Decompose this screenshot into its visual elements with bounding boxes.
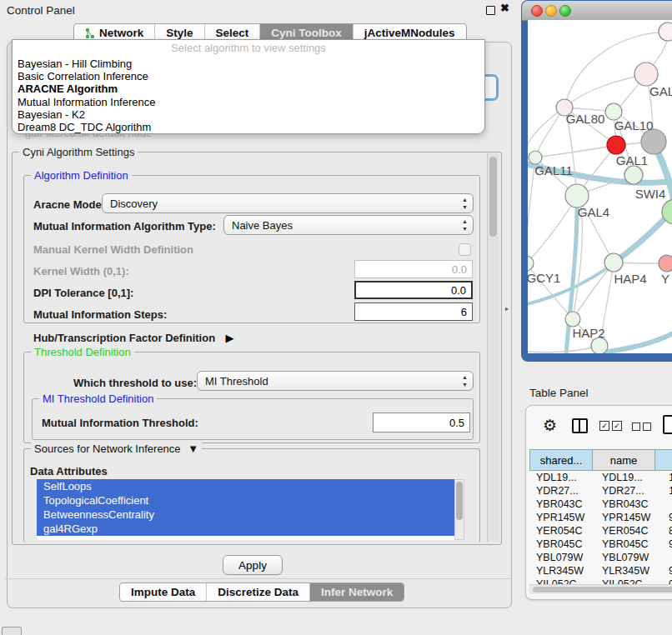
list-item-betweennesscentrality[interactable]: BetweennessCentrality <box>37 508 464 522</box>
cell-name[interactable]: YDR27... <box>598 484 664 498</box>
mi-threshold-field[interactable]: 0.5 <box>373 412 470 432</box>
node-partial-top[interactable] <box>659 22 672 41</box>
node-gal10[interactable] <box>605 103 622 120</box>
mi-algorithm-type-value: Naive Bayes <box>232 219 293 232</box>
cell-value[interactable] <box>664 551 672 564</box>
deselect-checkbox-icon[interactable] <box>632 422 640 431</box>
column-header-name[interactable]: name <box>593 449 655 471</box>
node-gal1[interactable] <box>607 136 625 154</box>
deselect-checkbox2-icon[interactable] <box>643 422 651 431</box>
attributes-list-scrollbar-thumb[interactable] <box>456 482 463 520</box>
table-row: YER054CYER054C8. <box>529 524 672 538</box>
settings-scrollbar[interactable] <box>487 153 499 542</box>
cell-value[interactable]: 12 <box>664 484 672 498</box>
cell-shared[interactable]: YPR145W <box>529 511 598 524</box>
cell-shared[interactable]: YBR043C <box>529 498 598 511</box>
network-view-window[interactable]: GAL GAL80 GAL10 GAL1 GAL11 SWI4 GAL4 GCY… <box>521 0 672 362</box>
window-close-button[interactable] <box>531 5 543 17</box>
table-body[interactable]: YDL19...YDL19...13 YDR27...YDR27...12 YB… <box>529 471 672 584</box>
mi-steps-field[interactable]: 6 <box>354 302 473 321</box>
node-gal4[interactable] <box>565 184 589 208</box>
float-panel-icon[interactable] <box>486 6 495 15</box>
cell-name[interactable]: YIL052C <box>598 578 664 584</box>
algorithm-option-bayesian-hill-climbing[interactable]: Bayesian - Hill Climbing <box>13 58 484 70</box>
cell-value[interactable] <box>664 498 672 511</box>
algorithm-option-bayesian-k2[interactable]: Bayesian - K2 <box>13 108 484 121</box>
node-hap2[interactable] <box>565 312 580 327</box>
cell-shared[interactable]: YBR045C <box>529 538 598 551</box>
algorithm-option-dream8[interactable]: Dream8 DC_TDC Algorithm <box>13 121 484 133</box>
split-columns-icon[interactable] <box>572 418 588 433</box>
algorithm-option-mutual-information[interactable]: Mutual Information Inference <box>13 96 484 108</box>
tab-infer-network[interactable]: Infer Network <box>310 583 404 601</box>
cell-name[interactable]: YPR145W <box>598 511 664 524</box>
list-item-selfloops[interactable]: SelfLoops <box>37 479 464 493</box>
cell-value[interactable]: 13 <box>664 471 672 484</box>
cell-shared[interactable]: YDR27... <box>529 484 598 498</box>
cell-shared[interactable]: YLR345W <box>529 564 598 578</box>
dpi-tolerance-field[interactable]: 0.0 <box>354 281 473 299</box>
label-hap2: HAP2 <box>572 326 604 340</box>
new-document-icon[interactable] <box>663 415 672 434</box>
cell-shared[interactable]: YIL052C <box>529 578 598 584</box>
cell-shared[interactable]: YDL19... <box>529 471 598 484</box>
stepper-arrows-icon: ▲▼ <box>462 196 468 211</box>
hub-definition-section[interactable]: Hub/Transcription Factor Definition ▶ <box>33 330 234 345</box>
cell-name[interactable]: YDL19... <box>598 471 664 484</box>
node-swi4[interactable] <box>624 166 643 184</box>
kernel-width-field[interactable]: 0.0 <box>354 260 473 278</box>
select-all-checkbox2-icon[interactable]: ✓ <box>612 421 622 431</box>
column-header-partial[interactable]: A <box>655 449 672 471</box>
mi-steps-label: Mutual Information Steps: <box>33 308 167 321</box>
cell-value[interactable]: 0. <box>664 578 672 584</box>
apply-button[interactable]: Apply <box>223 555 283 575</box>
algorithm-option-basic-correlation[interactable]: Basic Correlation Inference <box>13 70 484 82</box>
mi-threshold-label: Mutual Information Threshold: <box>42 417 198 429</box>
hub-definition-label: Hub/Transcription Factor Definition <box>33 332 215 344</box>
attributes-list-scrollbar[interactable] <box>454 479 464 540</box>
node-gal11[interactable] <box>529 151 542 164</box>
select-all-checkbox-icon[interactable]: ✓ <box>599 421 609 431</box>
network-window-titlebar[interactable] <box>522 1 672 21</box>
mi-algorithm-type-combobox[interactable]: Naive Bayes ▲▼ <box>223 215 474 235</box>
close-panel-icon[interactable]: ✖ <box>500 2 509 14</box>
which-threshold-combobox[interactable]: MI Threshold ▲▼ <box>197 371 474 391</box>
window-zoom-button[interactable] <box>559 5 571 17</box>
tab-discretize-data[interactable]: Discretize Data <box>207 583 310 601</box>
cell-shared[interactable]: YBL079W <box>529 551 598 564</box>
node-gray[interactable] <box>641 129 666 154</box>
network-canvas[interactable]: GAL GAL80 GAL10 GAL1 GAL11 SWI4 GAL4 GCY… <box>528 20 672 353</box>
table-horizontal-scrollbar-thumb[interactable] <box>533 587 672 592</box>
cell-name[interactable]: YBR045C <box>598 538 664 551</box>
algorithm-option-aracne[interactable]: ARACNE Algorithm <box>13 82 484 95</box>
panel-splitter-handle[interactable]: ▸ <box>505 305 509 312</box>
cell-value[interactable]: 9. <box>664 564 672 578</box>
settings-scrollbar-thumb[interactable] <box>489 157 497 237</box>
node-salmon[interactable] <box>659 255 672 272</box>
cell-name[interactable]: YLR345W <box>598 564 664 578</box>
cell-value[interactable]: 8. <box>664 524 672 538</box>
cell-name[interactable]: YBR043C <box>598 498 664 511</box>
table-settings-gear-icon[interactable]: ⚙ <box>543 416 557 435</box>
aracne-mode-combobox[interactable]: Discovery ▲▼ <box>102 193 474 213</box>
list-item-gal4rgexp[interactable]: gal4RGexp <box>37 522 464 536</box>
network-graph[interactable]: GAL GAL80 GAL10 GAL1 GAL11 SWI4 GAL4 GCY… <box>528 20 672 353</box>
cell-name[interactable]: YER054C <box>598 524 664 538</box>
tab-impute-data[interactable]: Impute Data <box>120 583 207 601</box>
node-gcy1[interactable] <box>528 256 534 271</box>
sources-title-wrap[interactable]: Sources for Network Inference ▼ <box>31 442 202 455</box>
cell-shared[interactable]: YER054C <box>529 524 598 538</box>
bottom-left-partial-button[interactable] <box>2 627 22 635</box>
list-item-topologicalcoefficient[interactable]: TopologicalCoefficient <box>37 493 464 508</box>
cell-name[interactable]: YBL079W <box>598 551 664 564</box>
manual-kernel-width-checkbox[interactable] <box>459 243 471 256</box>
table-horizontal-scrollbar[interactable] <box>529 584 672 594</box>
table-toolbar: ⚙ ✓ ✓ <box>526 412 672 442</box>
node-gal-partial[interactable] <box>634 62 658 86</box>
column-header-shared-name[interactable]: shared... <box>529 449 593 471</box>
data-attributes-list[interactable]: SelfLoops TopologicalCoefficient Between… <box>37 479 464 540</box>
window-minimize-button[interactable] <box>545 5 557 17</box>
cell-value[interactable]: 9. <box>664 511 672 524</box>
cell-value[interactable]: 9. <box>664 538 672 551</box>
node-hap4[interactable] <box>604 253 623 272</box>
